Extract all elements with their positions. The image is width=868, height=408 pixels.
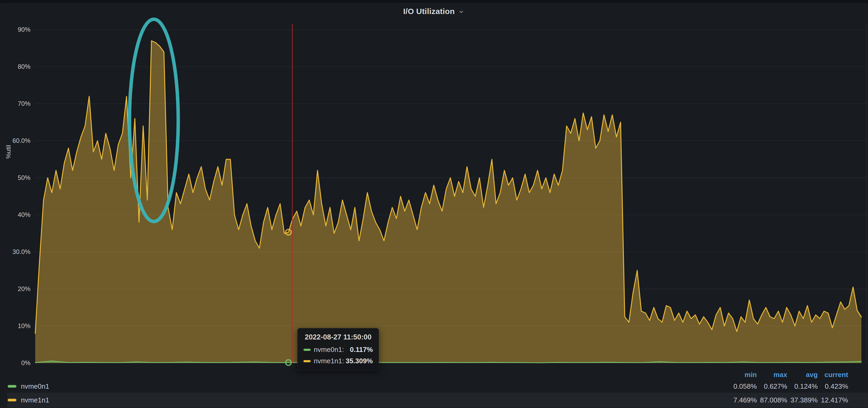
legend-header: min max avg current (0, 369, 868, 380)
legend-series-name[interactable]: nvme0n1 (21, 382, 49, 390)
y-tick-label: 30.0% (0, 248, 30, 256)
y-tick-label: 90% (0, 26, 30, 34)
chevron-down-icon (458, 8, 465, 15)
y-tick-label: 50% (0, 174, 30, 182)
series-color-dash-icon (8, 385, 17, 387)
y-tick-label: 60.0% (0, 137, 30, 145)
y-tick-label: 40% (0, 211, 30, 219)
legend-header-min[interactable]: min (726, 371, 757, 379)
legend-stat-current: 12.417% (818, 396, 848, 404)
legend-series-name[interactable]: nvme1n1 (21, 396, 49, 404)
tooltip-row-nvme0n1: nvme0n1: 0.117% (304, 346, 373, 354)
legend: min max avg current nvme0n1 0.058% 0.627… (0, 369, 868, 407)
legend-stat-current: 0.423% (818, 382, 848, 390)
chart-tooltip: 2022-08-27 11:50:00 nvme0n1: 0.117% nvme… (298, 328, 379, 371)
legend-row-nvme0n1: nvme0n1 0.058% 0.627% 0.124% 0.423% (0, 380, 868, 393)
legend-header-current[interactable]: current (818, 371, 848, 379)
series-color-dash-icon (8, 399, 17, 401)
legend-stat-max: 87.008% (757, 396, 787, 404)
y-tick-label: 80% (0, 63, 30, 71)
tooltip-series-name: nvme1n1: (314, 357, 344, 365)
y-tick-label: 10% (0, 322, 30, 330)
legend-header-max[interactable]: max (757, 371, 787, 379)
legend-stat-avg: 0.124% (787, 382, 818, 390)
y-axis-tick-labels: 0%10%20%30.0%40%50%60.0%70%80%90% (0, 0, 30, 370)
legend-header-avg[interactable]: avg (787, 371, 818, 379)
y-tick-label: 70% (0, 100, 30, 108)
tooltip-row-nvme1n1: nvme1n1: 35.309% (304, 357, 373, 365)
tooltip-series-value: 35.309% (346, 357, 373, 365)
legend-stat-min: 0.058% (726, 382, 757, 390)
panel-header[interactable]: I/O Utilization (0, 3, 868, 20)
io-utilization-chart[interactable] (0, 0, 868, 408)
panel-title: I/O Utilization (403, 7, 455, 16)
y-tick-label: 20% (0, 285, 30, 293)
tooltip-series-name: nvme0n1: (314, 346, 344, 354)
series-color-dash-icon (304, 360, 311, 362)
series-color-dash-icon (304, 349, 311, 351)
legend-stat-max: 0.627% (757, 382, 787, 390)
legend-stat-avg: 37.389% (787, 396, 818, 404)
legend-stat-min: 7.469% (726, 396, 757, 404)
legend-row-nvme1n1: nvme1n1 7.469% 87.008% 37.389% 12.417% (7, 393, 868, 407)
tooltip-timestamp: 2022-08-27 11:50:00 (304, 333, 373, 341)
y-tick-label: 0% (0, 359, 30, 367)
tooltip-series-value: 0.117% (350, 346, 373, 354)
